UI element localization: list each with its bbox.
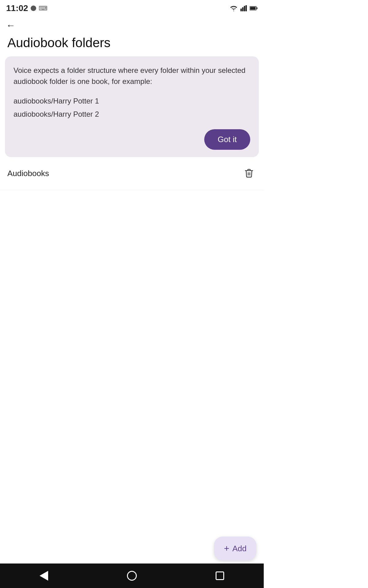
status-dot-icon — [31, 6, 36, 11]
status-time: 11:02 — [6, 3, 28, 13]
back-button[interactable]: ← — [0, 15, 264, 33]
svg-rect-5 — [257, 7, 258, 9]
signal-icon — [240, 5, 247, 11]
example-2: audiobooks/Harry Potter 2 — [13, 107, 250, 121]
folder-item: Audiobooks — [0, 157, 264, 190]
status-right — [229, 5, 258, 11]
got-it-row: Got it — [13, 129, 250, 150]
status-left: 11:02 ⌨ — [6, 3, 48, 13]
svg-rect-0 — [240, 9, 242, 11]
svg-rect-6 — [250, 7, 256, 10]
nav-recent-button[interactable] — [216, 571, 224, 580]
trash-icon — [244, 168, 254, 178]
fab-plus-icon: + — [224, 543, 229, 554]
svg-rect-2 — [244, 6, 245, 11]
back-arrow-icon: ← — [6, 20, 15, 30]
info-description: Voice expects a folder structure where e… — [13, 65, 250, 87]
example-1: audiobooks/Harry Potter 1 — [13, 94, 250, 107]
page-title: Audiobook folders — [0, 33, 264, 56]
keyboard-icon: ⌨ — [39, 5, 48, 12]
svg-rect-1 — [242, 7, 243, 11]
nav-bar — [0, 564, 264, 588]
nav-home-button[interactable] — [127, 571, 137, 581]
nav-back-icon — [40, 571, 48, 581]
svg-rect-3 — [246, 5, 247, 11]
wifi-icon — [229, 5, 238, 11]
nav-home-icon — [127, 571, 137, 581]
add-folder-fab[interactable]: + Add — [214, 537, 256, 560]
nav-back-button[interactable] — [40, 571, 48, 581]
battery-icon — [250, 5, 258, 11]
nav-recent-icon — [216, 571, 224, 580]
info-examples: audiobooks/Harry Potter 1 audiobooks/Har… — [13, 94, 250, 121]
got-it-button[interactable]: Got it — [204, 129, 250, 150]
delete-folder-button[interactable] — [242, 166, 256, 181]
info-card: Voice expects a folder structure where e… — [5, 56, 259, 157]
folder-list: Audiobooks — [0, 157, 264, 190]
folder-name: Audiobooks — [7, 169, 49, 178]
status-bar: 11:02 ⌨ — [0, 0, 264, 15]
fab-label: Add — [232, 544, 247, 553]
